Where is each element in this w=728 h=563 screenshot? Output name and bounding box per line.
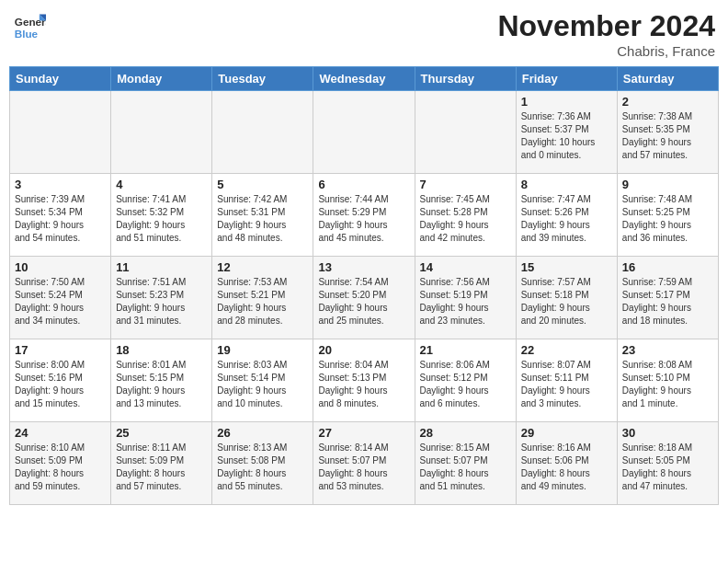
- day-info: Sunrise: 7:51 AM Sunset: 5:23 PM Dayligh…: [116, 276, 207, 327]
- day-number: 22: [521, 343, 612, 357]
- day-number: 20: [318, 343, 409, 357]
- calendar-table: Sunday Monday Tuesday Wednesday Thursday…: [9, 66, 719, 505]
- header-sunday: Sunday: [10, 67, 111, 91]
- logo: General Blue: [13, 9, 46, 42]
- table-row: 19Sunrise: 8:03 AM Sunset: 5:14 PM Dayli…: [212, 339, 313, 422]
- day-info: Sunrise: 8:11 AM Sunset: 5:09 PM Dayligh…: [116, 442, 207, 493]
- header-wednesday: Wednesday: [313, 67, 415, 91]
- table-row: 11Sunrise: 7:51 AM Sunset: 5:23 PM Dayli…: [111, 257, 212, 339]
- day-number: 2: [622, 95, 713, 109]
- day-number: 5: [217, 178, 308, 191]
- day-number: 24: [15, 426, 106, 440]
- table-row: [313, 91, 415, 174]
- table-row: 5Sunrise: 7:42 AM Sunset: 5:31 PM Daylig…: [212, 174, 313, 257]
- day-info: Sunrise: 8:16 AM Sunset: 5:06 PM Dayligh…: [521, 442, 612, 493]
- table-row: 24Sunrise: 8:10 AM Sunset: 5:09 PM Dayli…: [10, 422, 111, 505]
- day-number: 28: [420, 426, 511, 440]
- day-info: Sunrise: 7:50 AM Sunset: 5:24 PM Dayligh…: [15, 276, 106, 327]
- day-info: Sunrise: 7:42 AM Sunset: 5:31 PM Dayligh…: [217, 193, 308, 245]
- day-number: 15: [521, 260, 612, 274]
- table-row: 15Sunrise: 7:57 AM Sunset: 5:18 PM Dayli…: [516, 257, 617, 339]
- table-row: [10, 91, 111, 174]
- logo-icon: General Blue: [13, 9, 46, 42]
- day-number: 19: [217, 343, 308, 357]
- day-number: 30: [622, 426, 713, 440]
- calendar-week-row: 1Sunrise: 7:36 AM Sunset: 5:37 PM Daylig…: [10, 91, 719, 174]
- table-row: 17Sunrise: 8:00 AM Sunset: 5:16 PM Dayli…: [10, 339, 111, 422]
- table-row: [415, 91, 516, 174]
- table-row: 18Sunrise: 8:01 AM Sunset: 5:15 PM Dayli…: [111, 339, 212, 422]
- table-row: 3Sunrise: 7:39 AM Sunset: 5:34 PM Daylig…: [10, 174, 111, 257]
- day-number: 8: [521, 178, 612, 191]
- day-number: 27: [318, 426, 409, 440]
- day-info: Sunrise: 8:07 AM Sunset: 5:11 PM Dayligh…: [521, 359, 612, 410]
- day-number: 11: [116, 260, 207, 274]
- table-row: 16Sunrise: 7:59 AM Sunset: 5:17 PM Dayli…: [617, 257, 718, 339]
- day-info: Sunrise: 8:06 AM Sunset: 5:12 PM Dayligh…: [420, 359, 511, 410]
- day-number: 26: [217, 426, 308, 440]
- day-number: 18: [116, 343, 207, 357]
- header-tuesday: Tuesday: [212, 67, 313, 91]
- day-number: 3: [15, 178, 106, 191]
- table-row: 21Sunrise: 8:06 AM Sunset: 5:12 PM Dayli…: [415, 339, 516, 422]
- day-number: 9: [622, 178, 713, 191]
- day-number: 10: [15, 260, 106, 274]
- day-info: Sunrise: 7:36 AM Sunset: 5:37 PM Dayligh…: [521, 110, 612, 162]
- table-row: 12Sunrise: 7:53 AM Sunset: 5:21 PM Dayli…: [212, 257, 313, 339]
- day-number: 29: [521, 426, 612, 440]
- day-info: Sunrise: 7:45 AM Sunset: 5:28 PM Dayligh…: [420, 193, 511, 245]
- day-info: Sunrise: 7:53 AM Sunset: 5:21 PM Dayligh…: [217, 276, 308, 327]
- table-row: 20Sunrise: 8:04 AM Sunset: 5:13 PM Dayli…: [313, 339, 415, 422]
- day-info: Sunrise: 7:56 AM Sunset: 5:19 PM Dayligh…: [420, 276, 511, 327]
- table-row: 26Sunrise: 8:13 AM Sunset: 5:08 PM Dayli…: [212, 422, 313, 505]
- table-row: 8Sunrise: 7:47 AM Sunset: 5:26 PM Daylig…: [516, 174, 617, 257]
- table-row: [111, 91, 212, 174]
- day-info: Sunrise: 8:13 AM Sunset: 5:08 PM Dayligh…: [217, 442, 308, 493]
- table-row: 9Sunrise: 7:48 AM Sunset: 5:25 PM Daylig…: [617, 174, 718, 257]
- day-info: Sunrise: 7:59 AM Sunset: 5:17 PM Dayligh…: [622, 276, 713, 327]
- table-row: 14Sunrise: 7:56 AM Sunset: 5:19 PM Dayli…: [415, 257, 516, 339]
- table-row: 28Sunrise: 8:15 AM Sunset: 5:07 PM Dayli…: [415, 422, 516, 505]
- table-row: [212, 91, 313, 174]
- table-row: 27Sunrise: 8:14 AM Sunset: 5:07 PM Dayli…: [313, 422, 415, 505]
- day-number: 13: [318, 260, 409, 274]
- day-info: Sunrise: 7:54 AM Sunset: 5:20 PM Dayligh…: [318, 276, 409, 327]
- day-info: Sunrise: 7:41 AM Sunset: 5:32 PM Dayligh…: [116, 193, 207, 245]
- day-number: 17: [15, 343, 106, 357]
- table-row: 6Sunrise: 7:44 AM Sunset: 5:29 PM Daylig…: [313, 174, 415, 257]
- day-info: Sunrise: 7:48 AM Sunset: 5:25 PM Dayligh…: [622, 193, 713, 245]
- table-row: 4Sunrise: 7:41 AM Sunset: 5:32 PM Daylig…: [111, 174, 212, 257]
- day-number: 14: [420, 260, 511, 274]
- header-monday: Monday: [111, 67, 212, 91]
- day-info: Sunrise: 7:47 AM Sunset: 5:26 PM Dayligh…: [521, 193, 612, 245]
- calendar-week-row: 24Sunrise: 8:10 AM Sunset: 5:09 PM Dayli…: [10, 422, 719, 505]
- table-row: 29Sunrise: 8:16 AM Sunset: 5:06 PM Dayli…: [516, 422, 617, 505]
- day-number: 25: [116, 426, 207, 440]
- table-row: 10Sunrise: 7:50 AM Sunset: 5:24 PM Dayli…: [10, 257, 111, 339]
- title-area: November 2024 Chabris, France: [497, 9, 715, 59]
- day-info: Sunrise: 8:01 AM Sunset: 5:15 PM Dayligh…: [116, 359, 207, 410]
- day-number: 4: [116, 178, 207, 191]
- day-info: Sunrise: 8:18 AM Sunset: 5:05 PM Dayligh…: [622, 442, 713, 493]
- day-number: 23: [622, 343, 713, 357]
- calendar-week-row: 17Sunrise: 8:00 AM Sunset: 5:16 PM Dayli…: [10, 339, 719, 422]
- day-info: Sunrise: 8:00 AM Sunset: 5:16 PM Dayligh…: [15, 359, 106, 410]
- day-number: 6: [318, 178, 409, 191]
- day-info: Sunrise: 8:04 AM Sunset: 5:13 PM Dayligh…: [318, 359, 409, 410]
- day-number: 12: [217, 260, 308, 274]
- svg-text:Blue: Blue: [15, 28, 39, 40]
- table-row: 30Sunrise: 8:18 AM Sunset: 5:05 PM Dayli…: [617, 422, 718, 505]
- calendar-week-row: 3Sunrise: 7:39 AM Sunset: 5:34 PM Daylig…: [10, 174, 719, 257]
- calendar-week-row: 10Sunrise: 7:50 AM Sunset: 5:24 PM Dayli…: [10, 257, 719, 339]
- day-info: Sunrise: 7:39 AM Sunset: 5:34 PM Dayligh…: [15, 193, 106, 245]
- day-info: Sunrise: 8:03 AM Sunset: 5:14 PM Dayligh…: [217, 359, 308, 410]
- table-row: 13Sunrise: 7:54 AM Sunset: 5:20 PM Dayli…: [313, 257, 415, 339]
- month-title: November 2024: [497, 9, 715, 43]
- day-number: 1: [521, 95, 612, 109]
- table-row: 22Sunrise: 8:07 AM Sunset: 5:11 PM Dayli…: [516, 339, 617, 422]
- day-info: Sunrise: 7:57 AM Sunset: 5:18 PM Dayligh…: [521, 276, 612, 327]
- table-row: 25Sunrise: 8:11 AM Sunset: 5:09 PM Dayli…: [111, 422, 212, 505]
- location-title: Chabris, France: [497, 43, 715, 59]
- day-number: 21: [420, 343, 511, 357]
- day-info: Sunrise: 7:38 AM Sunset: 5:35 PM Dayligh…: [622, 110, 713, 162]
